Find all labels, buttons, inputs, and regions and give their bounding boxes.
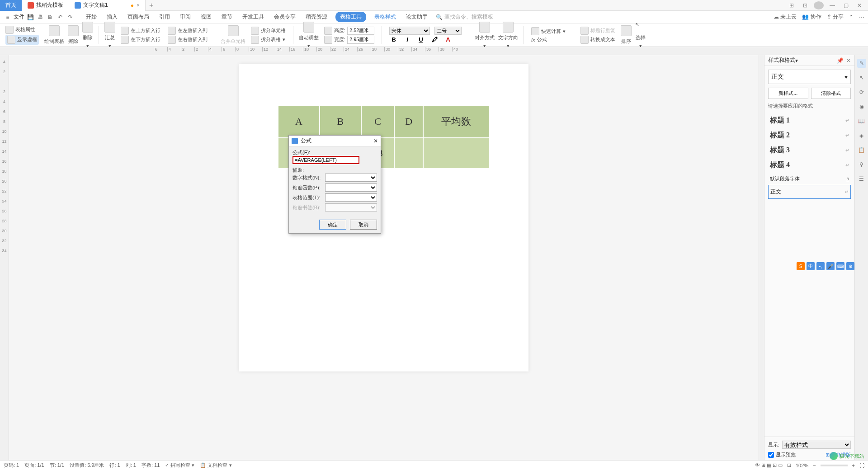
font-size-select[interactable]: 二号 <box>434 27 462 35</box>
num-format-select[interactable] <box>325 174 377 182</box>
summary-button[interactable]: 汇总▾ <box>104 22 115 49</box>
menu-tab-member[interactable]: 会员专享 <box>272 11 297 23</box>
ok-button[interactable]: 确定 <box>319 220 346 230</box>
gem-icon[interactable]: ◈ <box>857 131 866 140</box>
font-select[interactable]: 宋体 <box>389 27 430 35</box>
location-icon[interactable]: ◉ <box>857 102 866 111</box>
style-item-default-para[interactable]: 默认段落字体a <box>768 173 851 185</box>
ime-punct-button[interactable]: •, <box>816 262 825 270</box>
more-icon[interactable]: ⋯ <box>859 14 864 20</box>
style-item-heading2[interactable]: 标题 2↵ <box>768 128 851 143</box>
table-cell[interactable] <box>423 138 490 169</box>
delete-button[interactable]: 删除▾ <box>82 22 93 49</box>
formula-input[interactable] <box>292 156 359 164</box>
insert-below-button[interactable]: 在下方插入行 <box>121 36 160 44</box>
sort-button[interactable]: 排序 <box>621 25 632 45</box>
redo-icon[interactable]: ↷ <box>66 13 74 21</box>
close-icon[interactable]: × <box>137 2 140 9</box>
quick-calc-button[interactable]: 快速计算▾ <box>531 27 566 35</box>
show-select[interactable]: 有效样式 <box>782 441 851 449</box>
ime-lang-button[interactable]: 中 <box>807 262 815 270</box>
add-tab-button[interactable]: + <box>146 1 157 9</box>
menu-tab-section[interactable]: 章节 <box>220 11 234 23</box>
table-cell[interactable]: B <box>320 105 361 138</box>
tab-template-browser[interactable]: 找稻壳模板 <box>22 0 69 11</box>
file-menu[interactable]: 文件 <box>14 13 24 21</box>
style-item-heading3[interactable]: 标题 3↵ <box>768 143 851 158</box>
ime-settings-button[interactable]: ⚙ <box>846 262 854 270</box>
menu-tab-dev[interactable]: 开发工具 <box>241 11 266 23</box>
pin-icon[interactable]: 📌 <box>837 57 844 64</box>
ime-logo-icon[interactable]: S <box>797 262 805 270</box>
document-area[interactable]: A B C D 平均数 526 362 63 <box>9 55 759 462</box>
menu-tab-review[interactable]: 审阅 <box>178 11 193 23</box>
table-cell[interactable]: A <box>278 105 320 138</box>
cloud-status[interactable]: ☁ 未上云 <box>774 13 797 21</box>
preview-icon[interactable]: 🗎 <box>46 13 54 21</box>
formula-button[interactable]: fx 公式 <box>531 36 566 43</box>
collab-button[interactable]: 👥 协作 <box>802 13 821 21</box>
refresh-icon[interactable]: ⟳ <box>857 88 866 97</box>
align-button[interactable]: 对齐方式▾ <box>475 22 495 49</box>
layout-icon[interactable]: ⊞ <box>787 1 797 9</box>
apps-icon[interactable]: ⊡ <box>800 1 810 9</box>
menu-icon[interactable]: ≡ <box>4 13 12 21</box>
settings-icon[interactable]: ☰ <box>857 174 866 183</box>
menu-tab-layout[interactable]: 页面布局 <box>126 11 151 23</box>
table-cell[interactable]: D <box>394 105 423 138</box>
cancel-button[interactable]: 取消 <box>350 220 377 230</box>
menu-tab-table-style[interactable]: 表格样式 <box>373 11 398 23</box>
convert-to-text-button[interactable]: 转换成文本 <box>580 36 615 44</box>
menu-tab-paper[interactable]: 论文助手 <box>404 11 429 23</box>
split-table-button[interactable]: 拆分表格▾ <box>251 36 286 44</box>
dialog-close-button[interactable]: ✕ <box>373 138 378 144</box>
highlight-button[interactable]: 🖍 <box>430 36 439 44</box>
collapse-ribbon-icon[interactable]: ⌃ <box>849 14 854 20</box>
style-item-heading4[interactable]: 标题 4↵ <box>768 158 851 173</box>
insert-left-button[interactable]: 在左侧插入列 <box>168 27 208 35</box>
ime-voice-button[interactable]: 🎤 <box>826 262 835 270</box>
format-icon[interactable]: ✎ <box>857 59 866 68</box>
book-icon[interactable]: 📖 <box>857 117 866 126</box>
text-direction-button[interactable]: 文字方向▾ <box>498 22 518 49</box>
save-icon[interactable]: 💾 <box>26 13 34 21</box>
insert-right-button[interactable]: 在右侧插入列 <box>168 36 208 44</box>
table-cell[interactable] <box>394 138 423 169</box>
new-style-button[interactable]: 新样式... <box>768 88 808 99</box>
command-search[interactable]: 🔍 查找命令、搜索模板 <box>436 13 493 21</box>
paste-func-select[interactable] <box>325 183 377 192</box>
maximize-icon[interactable]: ▢ <box>841 1 851 9</box>
menu-tab-resource[interactable]: 稻壳资源 <box>304 11 329 23</box>
menu-tab-view[interactable]: 视图 <box>199 11 213 23</box>
vertical-scrollbar[interactable] <box>759 55 764 462</box>
width-input[interactable] <box>347 36 374 44</box>
table-props-button[interactable]: 表格属性 <box>5 26 39 34</box>
clipboard-icon[interactable]: 📋 <box>857 146 866 155</box>
undo-icon[interactable]: ↶ <box>56 13 64 21</box>
ime-keyboard-button[interactable]: ⌨ <box>836 262 844 270</box>
close-window-icon[interactable]: ✕ <box>854 1 864 9</box>
minimize-icon[interactable]: — <box>827 1 837 9</box>
menu-tab-ref[interactable]: 引用 <box>157 11 172 23</box>
italic-button[interactable]: I <box>403 36 412 44</box>
height-input[interactable] <box>347 27 374 35</box>
tab-document[interactable]: 文字文稿1 ● × <box>69 0 146 11</box>
repeat-header-button[interactable]: 标题行重复 <box>580 27 615 35</box>
select-tool-icon[interactable]: ↖ <box>857 73 866 82</box>
close-panel-icon[interactable]: ✕ <box>846 57 851 64</box>
style-item-body[interactable]: 正文↵ <box>768 185 851 199</box>
menu-tab-table-tools[interactable]: 表格工具 <box>335 12 366 22</box>
clear-format-button[interactable]: 清除格式 <box>811 88 851 99</box>
share-button[interactable]: ⇪ 分享 <box>827 13 844 21</box>
tab-home[interactable]: 首页 <box>0 0 22 11</box>
style-item-heading1[interactable]: 标题 1↵ <box>768 113 851 128</box>
insert-above-button[interactable]: 在上方插入行 <box>121 27 160 35</box>
split-cell-button[interactable]: 拆分单元格 <box>251 27 286 35</box>
user-avatar-icon[interactable] <box>814 1 824 9</box>
font-color-button[interactable]: A <box>443 36 453 44</box>
current-style-select[interactable]: 正文▾ <box>768 70 851 84</box>
table-cell[interactable]: C <box>361 105 395 138</box>
menu-tab-start[interactable]: 开始 <box>84 11 99 23</box>
bold-button[interactable]: B <box>389 36 398 44</box>
share-strip-icon[interactable]: ⚲ <box>857 160 866 169</box>
